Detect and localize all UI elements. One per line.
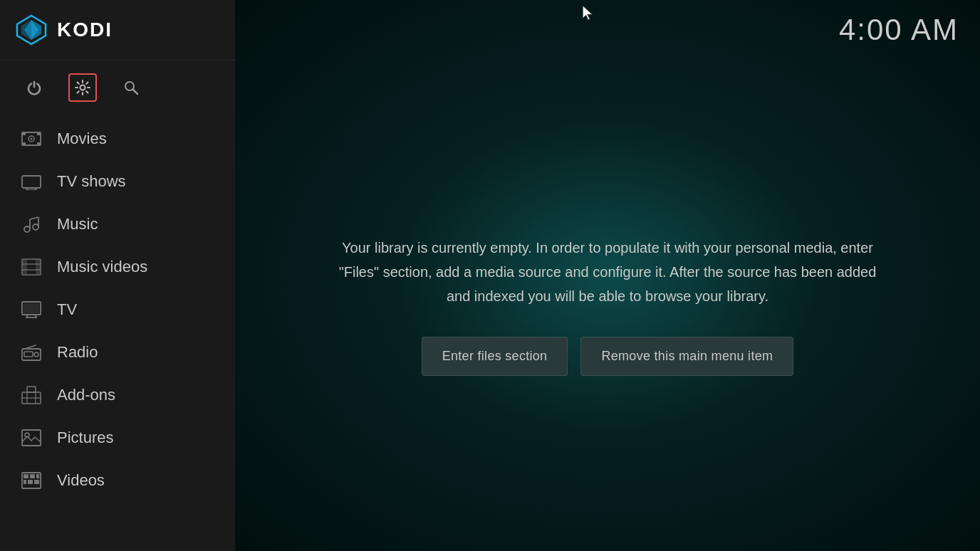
action-buttons: Enter files section Remove this main men…: [422, 337, 794, 376]
svg-rect-25: [36, 259, 41, 275]
sidebar-item-music[interactable]: Music: [0, 203, 235, 246]
kodi-logo-icon: [14, 13, 48, 47]
svg-rect-9: [37, 132, 41, 135]
music-label: Music: [57, 215, 98, 233]
svg-point-18: [24, 226, 30, 232]
sidebar-item-pictures[interactable]: Pictures: [0, 416, 235, 459]
app-title: KODI: [57, 19, 113, 41]
content-area: Your library is currently empty. In orde…: [235, 60, 980, 551]
add-ons-label: Add-ons: [57, 386, 115, 404]
svg-point-13: [31, 138, 33, 140]
pictures-label: Pictures: [57, 429, 113, 447]
sidebar-item-radio[interactable]: Radio: [0, 331, 235, 374]
search-icon: [123, 80, 139, 95]
tv-label: TV: [57, 300, 77, 319]
library-message: Your library is currently empty. In orde…: [337, 236, 878, 308]
time-display: 4:00 AM: [839, 13, 959, 47]
svg-rect-45: [24, 474, 28, 478]
tv-shows-label: TV shows: [57, 172, 126, 191]
sidebar-item-music-videos[interactable]: Music videos: [0, 246, 235, 288]
enter-files-button[interactable]: Enter files section: [422, 337, 568, 376]
svg-line-6: [133, 90, 138, 95]
music-icon: [20, 213, 43, 236]
svg-rect-14: [22, 176, 41, 188]
radio-icon: [20, 341, 43, 364]
movies-label: Movies: [57, 130, 107, 148]
svg-rect-8: [22, 132, 26, 135]
svg-point-4: [80, 85, 85, 90]
svg-point-35: [34, 352, 38, 357]
svg-rect-24: [22, 259, 27, 275]
settings-button[interactable]: [68, 73, 97, 102]
svg-rect-33: [22, 349, 41, 360]
power-icon: [26, 80, 42, 95]
svg-marker-3: [21, 20, 31, 40]
music-videos-label: Music videos: [57, 258, 147, 276]
sidebar-item-add-ons[interactable]: Add-ons: [0, 374, 235, 416]
power-button[interactable]: [20, 73, 48, 102]
main-content: 4:00 AM Your library is currently empty.…: [235, 0, 980, 551]
svg-rect-37: [27, 387, 36, 392]
videos-label: Videos: [57, 471, 105, 490]
add-ons-icon: [20, 384, 43, 406]
sidebar: KODI: [0, 0, 235, 551]
movies-icon: [20, 127, 43, 150]
pictures-icon: [20, 426, 43, 449]
svg-rect-46: [30, 474, 35, 478]
sidebar-item-movies[interactable]: Movies: [0, 117, 235, 160]
tv-icon: [20, 298, 43, 321]
sidebar-nav: Movies TV shows: [0, 115, 235, 551]
sidebar-item-videos[interactable]: Videos: [0, 459, 235, 502]
remove-menu-item-button[interactable]: Remove this main menu item: [580, 337, 793, 376]
svg-rect-49: [28, 480, 33, 484]
svg-rect-42: [22, 430, 41, 446]
videos-icon: [20, 469, 43, 492]
tv-shows-icon: [20, 170, 43, 193]
svg-rect-50: [34, 480, 39, 484]
svg-rect-47: [36, 474, 39, 478]
svg-rect-11: [37, 142, 41, 145]
svg-rect-36: [24, 352, 33, 357]
svg-marker-2: [31, 20, 41, 40]
music-videos-icon: [20, 256, 43, 278]
sidebar-header: KODI: [0, 0, 235, 61]
sidebar-icon-bar: [0, 61, 235, 115]
svg-rect-48: [24, 480, 26, 484]
svg-rect-10: [22, 142, 26, 145]
top-bar: 4:00 AM: [235, 0, 980, 60]
svg-rect-29: [24, 303, 39, 313]
sidebar-item-tv[interactable]: TV: [0, 288, 235, 331]
radio-label: Radio: [57, 343, 98, 362]
sidebar-item-tv-shows[interactable]: TV shows: [0, 160, 235, 203]
svg-point-19: [33, 224, 38, 230]
svg-line-22: [30, 217, 38, 219]
search-button[interactable]: [117, 73, 145, 102]
settings-icon: [75, 80, 90, 95]
